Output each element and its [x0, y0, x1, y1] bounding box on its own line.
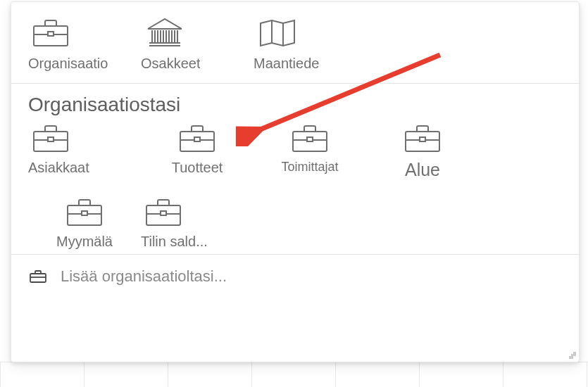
section-title: Organisaatiostasi [11, 84, 579, 118]
category-label: Osakkeet [141, 56, 200, 72]
org-item-label: Alue [405, 160, 440, 180]
gallery-popup: Organisaatio Osakkeet Maantiede Organisa… [11, 1, 580, 362]
briefcase-icon [28, 15, 73, 49]
org-item-label: Asiakkaat [28, 160, 89, 176]
briefcase-icon [287, 122, 332, 153]
briefcase-icon [400, 122, 445, 153]
briefcase-icon [28, 268, 48, 285]
org-item-toimittajat[interactable]: Toimittajat [254, 122, 366, 180]
category-organisaatio[interactable]: Organisaatio [28, 15, 141, 72]
org-item-label: Tuotteet [172, 160, 223, 176]
briefcase-icon [62, 196, 107, 227]
footer-label: Lisää organisaatioltasi... [61, 267, 227, 286]
org-items-row: Asiakkaat Tuotteet Toimittajat Alue Myym… [11, 118, 579, 254]
org-item-label: Myymälä [56, 234, 113, 250]
org-item-label: Tilin sald... [141, 234, 208, 250]
org-item-asiakkaat[interactable]: Asiakkaat [28, 122, 141, 180]
map-icon [254, 15, 299, 49]
resize-handle[interactable] [568, 350, 576, 359]
org-item-tilin-saldo[interactable]: Tilin sald... [141, 196, 254, 250]
org-item-alue[interactable]: Alue [366, 122, 479, 180]
org-item-myymala[interactable]: Myymälä [28, 196, 141, 250]
add-from-organization[interactable]: Lisää organisaatioltasi... [11, 254, 579, 298]
category-osakkeet[interactable]: Osakkeet [141, 15, 254, 72]
org-item-label: Toimittajat [281, 160, 338, 175]
org-item-tuotteet[interactable]: Tuotteet [141, 122, 254, 180]
category-label: Organisaatio [28, 56, 108, 72]
category-label: Maantiede [254, 56, 319, 72]
briefcase-icon [141, 196, 186, 227]
building-icon [141, 15, 186, 49]
briefcase-icon [175, 122, 220, 153]
category-row: Organisaatio Osakkeet Maantiede [11, 2, 579, 84]
briefcase-icon [28, 122, 73, 153]
spreadsheet-grid [0, 362, 588, 387]
category-maantiede[interactable]: Maantiede [254, 15, 366, 72]
